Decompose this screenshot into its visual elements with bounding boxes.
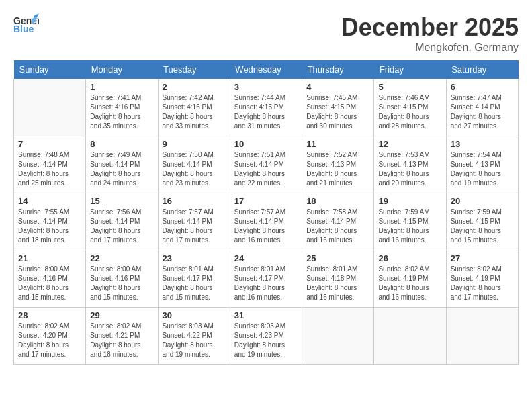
day-info: Sunrise: 7:59 AM Sunset: 4:15 PM Dayligh…: [451, 208, 514, 245]
day-number: 1: [90, 82, 153, 92]
day-number: 10: [234, 139, 298, 149]
day-number: 24: [234, 253, 298, 263]
table-row: [374, 308, 446, 365]
table-row: 10Sunrise: 7:51 AM Sunset: 4:14 PM Dayli…: [230, 136, 302, 193]
day-number: 2: [163, 82, 226, 92]
table-row: 2Sunrise: 7:42 AM Sunset: 4:16 PM Daylig…: [158, 79, 230, 136]
day-info: Sunrise: 7:45 AM Sunset: 4:15 PM Dayligh…: [306, 93, 369, 131]
calendar-week-row: 1Sunrise: 7:41 AM Sunset: 4:16 PM Daylig…: [14, 79, 519, 136]
table-row: 14Sunrise: 7:55 AM Sunset: 4:14 PM Dayli…: [14, 193, 86, 250]
col-tuesday: Tuesday: [158, 60, 230, 79]
col-friday: Friday: [374, 60, 446, 79]
day-number: 12: [378, 139, 441, 149]
day-number: 6: [451, 82, 514, 92]
table-row: 18Sunrise: 7:58 AM Sunset: 4:14 PM Dayli…: [302, 193, 374, 250]
day-info: Sunrise: 7:55 AM Sunset: 4:14 PM Dayligh…: [18, 208, 81, 245]
day-number: 4: [306, 82, 369, 92]
day-number: 21: [18, 253, 81, 263]
day-info: Sunrise: 7:49 AM Sunset: 4:14 PM Dayligh…: [90, 150, 153, 188]
table-row: 1Sunrise: 7:41 AM Sunset: 4:16 PM Daylig…: [86, 79, 158, 136]
day-info: Sunrise: 8:03 AM Sunset: 4:23 PM Dayligh…: [234, 322, 298, 359]
table-row: 12Sunrise: 7:53 AM Sunset: 4:13 PM Dayli…: [374, 136, 446, 193]
day-number: 13: [451, 139, 514, 149]
col-thursday: Thursday: [302, 60, 374, 79]
table-row: 7Sunrise: 7:48 AM Sunset: 4:14 PM Daylig…: [14, 136, 86, 193]
day-info: Sunrise: 7:50 AM Sunset: 4:14 PM Dayligh…: [163, 150, 226, 188]
table-row: 27Sunrise: 8:02 AM Sunset: 4:19 PM Dayli…: [446, 250, 518, 308]
table-row: 25Sunrise: 8:01 AM Sunset: 4:18 PM Dayli…: [302, 250, 374, 308]
day-info: Sunrise: 8:01 AM Sunset: 4:17 PM Dayligh…: [163, 265, 226, 302]
table-row: 9Sunrise: 7:50 AM Sunset: 4:14 PM Daylig…: [158, 136, 230, 193]
calendar-week-row: 28Sunrise: 8:02 AM Sunset: 4:20 PM Dayli…: [14, 308, 519, 365]
day-number: 22: [90, 253, 153, 263]
day-info: Sunrise: 7:42 AM Sunset: 4:16 PM Dayligh…: [163, 93, 226, 131]
day-number: 5: [378, 82, 441, 92]
day-number: 20: [451, 196, 514, 206]
day-info: Sunrise: 7:53 AM Sunset: 4:13 PM Dayligh…: [378, 150, 441, 188]
day-info: Sunrise: 7:56 AM Sunset: 4:14 PM Dayligh…: [90, 208, 153, 245]
day-number: 14: [18, 196, 81, 206]
day-number: 29: [90, 310, 153, 320]
svg-text:Blue: Blue: [13, 24, 34, 34]
day-number: 27: [451, 253, 514, 263]
day-info: Sunrise: 8:03 AM Sunset: 4:22 PM Dayligh…: [163, 322, 226, 359]
calendar-header-row: Sunday Monday Tuesday Wednesday Thursday…: [14, 60, 519, 79]
col-sunday: Sunday: [14, 60, 86, 79]
day-info: Sunrise: 7:47 AM Sunset: 4:14 PM Dayligh…: [451, 93, 514, 131]
table-row: 5Sunrise: 7:46 AM Sunset: 4:15 PM Daylig…: [374, 79, 446, 136]
day-info: Sunrise: 8:01 AM Sunset: 4:17 PM Dayligh…: [234, 265, 298, 302]
day-number: 8: [90, 139, 153, 149]
day-number: 16: [163, 196, 226, 206]
day-info: Sunrise: 7:58 AM Sunset: 4:14 PM Dayligh…: [306, 208, 369, 245]
day-number: 28: [18, 310, 81, 320]
day-number: 9: [163, 139, 226, 149]
day-number: 31: [234, 310, 298, 320]
day-number: 7: [18, 139, 81, 149]
day-info: Sunrise: 7:48 AM Sunset: 4:14 PM Dayligh…: [18, 150, 81, 188]
table-row: 8Sunrise: 7:49 AM Sunset: 4:14 PM Daylig…: [86, 136, 158, 193]
table-row: 23Sunrise: 8:01 AM Sunset: 4:17 PM Dayli…: [158, 250, 230, 308]
day-info: Sunrise: 7:44 AM Sunset: 4:15 PM Dayligh…: [234, 93, 298, 131]
table-row: [14, 79, 86, 136]
day-info: Sunrise: 8:02 AM Sunset: 4:20 PM Dayligh…: [18, 322, 81, 359]
table-row: 15Sunrise: 7:56 AM Sunset: 4:14 PM Dayli…: [86, 193, 158, 250]
calendar-week-row: 14Sunrise: 7:55 AM Sunset: 4:14 PM Dayli…: [14, 193, 519, 250]
table-row: 31Sunrise: 8:03 AM Sunset: 4:23 PM Dayli…: [230, 308, 302, 365]
table-row: 3Sunrise: 7:44 AM Sunset: 4:15 PM Daylig…: [230, 79, 302, 136]
calendar-table: Sunday Monday Tuesday Wednesday Thursday…: [13, 60, 519, 365]
day-info: Sunrise: 8:00 AM Sunset: 4:16 PM Dayligh…: [18, 265, 81, 302]
day-info: Sunrise: 8:02 AM Sunset: 4:21 PM Dayligh…: [90, 322, 153, 359]
day-info: Sunrise: 7:57 AM Sunset: 4:14 PM Dayligh…: [163, 208, 226, 245]
table-row: 22Sunrise: 8:00 AM Sunset: 4:16 PM Dayli…: [86, 250, 158, 308]
table-row: 6Sunrise: 7:47 AM Sunset: 4:14 PM Daylig…: [446, 79, 518, 136]
day-number: 11: [306, 139, 369, 149]
day-info: Sunrise: 8:02 AM Sunset: 4:19 PM Dayligh…: [451, 265, 514, 302]
table-row: 4Sunrise: 7:45 AM Sunset: 4:15 PM Daylig…: [302, 79, 374, 136]
day-info: Sunrise: 8:00 AM Sunset: 4:16 PM Dayligh…: [90, 265, 153, 302]
title-block: December 2025 Mengkofen, Germany: [341, 13, 519, 54]
day-info: Sunrise: 7:41 AM Sunset: 4:16 PM Dayligh…: [90, 93, 153, 131]
day-number: 15: [90, 196, 153, 206]
table-row: 13Sunrise: 7:54 AM Sunset: 4:13 PM Dayli…: [446, 136, 518, 193]
col-saturday: Saturday: [446, 60, 518, 79]
day-number: 23: [163, 253, 226, 263]
table-row: [446, 308, 518, 365]
day-info: Sunrise: 7:57 AM Sunset: 4:14 PM Dayligh…: [234, 208, 298, 245]
col-wednesday: Wednesday: [230, 60, 302, 79]
day-info: Sunrise: 7:54 AM Sunset: 4:13 PM Dayligh…: [451, 150, 514, 188]
day-number: 19: [378, 196, 441, 206]
day-info: Sunrise: 8:02 AM Sunset: 4:19 PM Dayligh…: [378, 265, 441, 302]
day-info: Sunrise: 7:59 AM Sunset: 4:15 PM Dayligh…: [378, 208, 441, 245]
col-monday: Monday: [86, 60, 158, 79]
table-row: 20Sunrise: 7:59 AM Sunset: 4:15 PM Dayli…: [446, 193, 518, 250]
day-number: 17: [234, 196, 298, 206]
day-number: 30: [163, 310, 226, 320]
table-row: 24Sunrise: 8:01 AM Sunset: 4:17 PM Dayli…: [230, 250, 302, 308]
table-row: 26Sunrise: 8:02 AM Sunset: 4:19 PM Dayli…: [374, 250, 446, 308]
day-number: 18: [306, 196, 369, 206]
table-row: 11Sunrise: 7:52 AM Sunset: 4:13 PM Dayli…: [302, 136, 374, 193]
table-row: [302, 308, 374, 365]
day-info: Sunrise: 8:01 AM Sunset: 4:18 PM Dayligh…: [306, 265, 369, 302]
logo: General Blue: [13, 13, 39, 35]
table-row: 19Sunrise: 7:59 AM Sunset: 4:15 PM Dayli…: [374, 193, 446, 250]
